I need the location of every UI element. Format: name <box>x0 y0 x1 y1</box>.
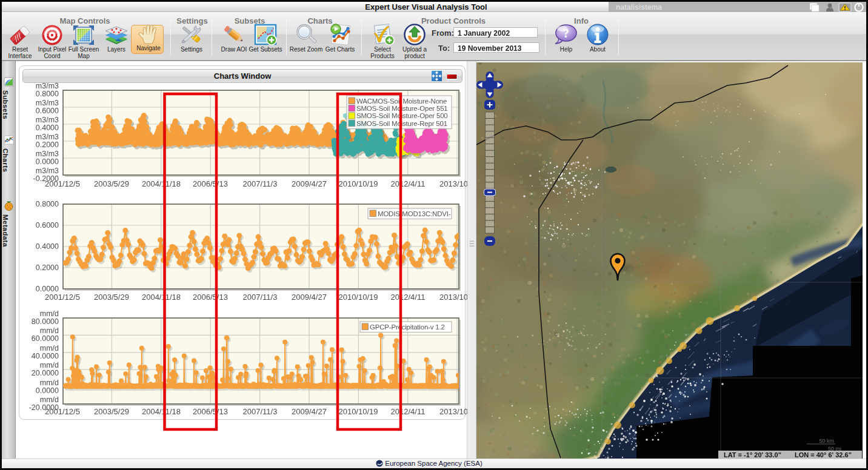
svg-text:50 km: 50 km <box>819 438 834 444</box>
svg-text:LAT = -1° 20' 33.0": LAT = -1° 20' 33.0" <box>724 451 781 458</box>
svg-text:?: ? <box>563 27 569 40</box>
svg-text:LON = 40° 6' 32.6": LON = 40° 6' 32.6" <box>795 451 852 458</box>
